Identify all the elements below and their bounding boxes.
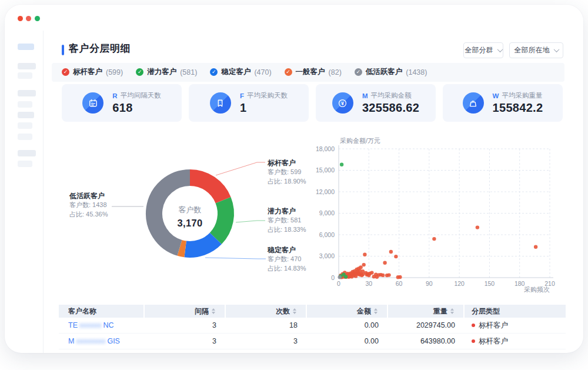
- legend-item-potential[interactable]: ✓ 潜力客户 (581): [136, 67, 197, 77]
- sidebar-divider: [43, 31, 44, 353]
- customer-name-link[interactable]: MxxxxxxxxGIS: [68, 337, 120, 345]
- stat-card-frequency: F平均采购天数 1: [189, 84, 309, 122]
- table-row[interactable]: MxxxxxxxxGIS 3 3 0.00 643980.00 标杆客户: [59, 334, 566, 349]
- callout-leader-line: [216, 162, 265, 175]
- sidebar-item[interactable]: [18, 101, 32, 108]
- scatter-point-标杆客户[interactable]: [476, 225, 479, 229]
- scatter-point-标杆客户[interactable]: [383, 261, 386, 265]
- app-window: 客户分层明细 全部分群 全部所在地 ✓ 标杆客户 (599) ✓ 潜力客户 (5…: [5, 5, 583, 353]
- sidebar-item[interactable]: [18, 150, 36, 156]
- sidebar-item[interactable]: [18, 134, 32, 140]
- cell-amount: 0.00: [307, 334, 388, 349]
- redacted-text: xxxxxxxx: [76, 337, 105, 345]
- cell-interval: 3: [145, 334, 226, 349]
- sidebar-item[interactable]: [18, 112, 34, 118]
- cell-weight: 643980.00: [388, 334, 465, 349]
- sort-icon[interactable]: [450, 308, 454, 314]
- column-header-weight[interactable]: 重量: [388, 305, 465, 318]
- x-tick-label: 30: [365, 280, 372, 287]
- type-dot-icon: [472, 324, 475, 327]
- legend-item-general[interactable]: ✓ 一般客户 (82): [285, 67, 342, 77]
- scatter-point-标杆客户[interactable]: [359, 265, 362, 269]
- fullscreen-button[interactable]: [35, 16, 40, 21]
- stat-card-recency: R平均间隔天数 618: [62, 84, 182, 122]
- scatter-chart[interactable]: 03,0006,0009,00012,00015,00018,000030609…: [318, 132, 569, 296]
- stat-card-monetary: ¥ M平均采购金额 325586.62: [316, 84, 436, 122]
- sidebar-item[interactable]: [18, 72, 32, 79]
- scatter-point-标杆客户[interactable]: [394, 255, 397, 258]
- sort-icon[interactable]: [212, 308, 215, 314]
- title-accent-bar: [62, 45, 64, 55]
- legend-item-inactive[interactable]: ✓ 低活跃客户 (1438): [355, 67, 427, 77]
- sidebar-item[interactable]: [18, 90, 36, 96]
- scatter-point-标杆客户[interactable]: [370, 271, 373, 274]
- y-tick-label: 9,000: [319, 209, 335, 216]
- close-button[interactable]: [18, 16, 23, 21]
- scatter-point-标杆客户[interactable]: [362, 263, 366, 266]
- donut-center-label: 客户数 3,170: [155, 205, 225, 229]
- donut-slice-稳定客户[interactable]: [185, 238, 216, 249]
- stat-label: 平均采购重量: [502, 91, 542, 100]
- cell-amount: 0.00: [307, 318, 388, 334]
- stat-letter: W: [493, 92, 499, 99]
- check-circle-icon: ✓: [210, 68, 218, 76]
- filter-dropdown-group-label: 全部分群: [465, 45, 493, 55]
- redacted-text: xxxxxx: [79, 321, 102, 329]
- cell-type: 标杆客户: [465, 334, 566, 349]
- stat-letter: F: [240, 92, 244, 99]
- table-header-row: 客户名称 间隔 次数 金额 重量 分层类型: [59, 305, 566, 318]
- check-circle-icon: ✓: [285, 68, 292, 76]
- legend-label: 一般客户: [296, 67, 325, 77]
- legend-label: 低活跃客户: [366, 67, 403, 77]
- column-header-name[interactable]: 客户名称: [59, 305, 145, 318]
- x-tick-label: 90: [426, 280, 433, 287]
- cell-weight: 2029745.00: [388, 318, 465, 334]
- stat-label: 平均采购天数: [247, 91, 288, 100]
- scatter-point-标杆客户[interactable]: [389, 250, 393, 254]
- check-circle-icon: ✓: [355, 68, 362, 76]
- legend-item-benchmark[interactable]: ✓ 标杆客户 (599): [62, 67, 123, 77]
- scatter-point-标杆客户[interactable]: [432, 237, 436, 241]
- scatter-point-潜力客户[interactable]: [340, 163, 343, 166]
- x-tick-label: 120: [454, 280, 465, 287]
- table-row[interactable]: TExxxxxxNC 3 18 0.00 2029745.00 标杆客户: [59, 318, 566, 334]
- cell-interval: 3: [145, 318, 226, 334]
- y-tick-label: 12,000: [316, 188, 335, 195]
- scatter-point-低活跃客户[interactable]: [338, 275, 342, 279]
- sort-icon[interactable]: [374, 308, 377, 314]
- sidebar-item[interactable]: [18, 63, 36, 69]
- stat-value: 325586.62: [362, 101, 419, 115]
- scatter-point-标杆客户[interactable]: [398, 275, 402, 279]
- scatter-y-axis-title: 采购金额/万元: [340, 136, 380, 145]
- svg-text:¥: ¥: [342, 100, 345, 106]
- yuan-icon: ¥: [332, 92, 353, 114]
- scatter-point-标杆客户[interactable]: [381, 274, 385, 277]
- legend-label: 标杆客户: [73, 67, 102, 77]
- minimize-button[interactable]: [26, 16, 31, 21]
- check-circle-icon: ✓: [136, 68, 143, 76]
- sidebar-item[interactable]: [18, 161, 32, 167]
- donut-slice-一般客户[interactable]: [179, 248, 185, 249]
- stat-card-weight: W平均采购重量 155842.2: [443, 84, 563, 122]
- column-header-times[interactable]: 次数: [226, 305, 307, 318]
- sidebar-item[interactable]: [18, 122, 32, 129]
- callout-leader-line: [236, 221, 265, 222]
- scatter-point-标杆客户[interactable]: [363, 253, 366, 256]
- customer-name-link[interactable]: TExxxxxxNC: [68, 321, 114, 329]
- column-header-amount[interactable]: 金额: [307, 305, 388, 318]
- donut-slice-标杆客户[interactable]: [190, 178, 223, 200]
- sidebar-item-active[interactable]: [18, 44, 34, 50]
- scatter-point-潜力客户[interactable]: [344, 275, 348, 278]
- filter-dropdown-location-label: 全部所在地: [514, 45, 550, 55]
- column-header-interval[interactable]: 间隔: [145, 305, 226, 318]
- filter-dropdown-group[interactable]: 全部分群: [463, 42, 503, 58]
- legend-item-stable[interactable]: ✓ 稳定客户 (470): [210, 67, 271, 77]
- scatter-point-标杆客户[interactable]: [387, 273, 390, 276]
- donut-center-title: 客户数: [155, 205, 225, 215]
- sort-icon[interactable]: [293, 308, 296, 314]
- stat-label: 平均采购金额: [370, 91, 411, 100]
- filter-dropdown-location[interactable]: 全部所在地: [509, 42, 563, 58]
- y-tick-label: 3,000: [319, 252, 335, 259]
- legend-label: 潜力客户: [147, 67, 176, 77]
- scatter-point-标杆客户[interactable]: [534, 245, 537, 249]
